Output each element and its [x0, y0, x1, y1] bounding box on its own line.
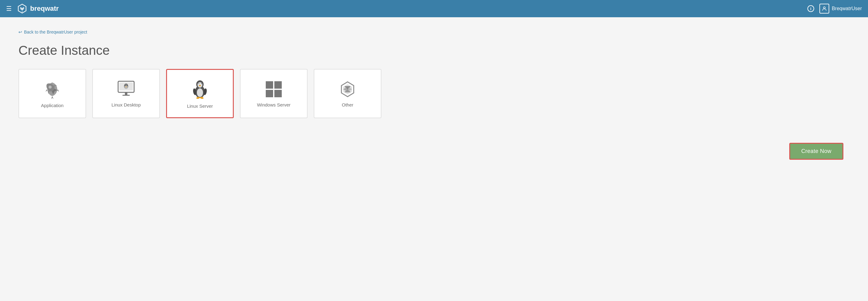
back-icon: ↩ — [19, 30, 22, 34]
svg-point-16 — [197, 88, 203, 97]
svg-point-3 — [824, 7, 825, 9]
page-title: Create Instance — [19, 43, 849, 58]
user-avatar — [819, 4, 829, 13]
svg-rect-29 — [274, 81, 282, 89]
svg-point-14 — [125, 86, 127, 87]
svg-point-23 — [199, 85, 201, 86]
main-content: ↩ Back to the BreqwatrUser project Creat… — [0, 17, 868, 301]
hamburger-icon[interactable]: ☰ — [6, 5, 12, 12]
linux-desktop-icon — [116, 80, 136, 98]
windows-server-label: Windows Server — [257, 102, 290, 108]
linux-desktop-label: Linux Desktop — [111, 102, 141, 108]
back-link[interactable]: ↩ Back to the BreqwatrUser project — [19, 30, 849, 34]
svg-rect-31 — [274, 90, 282, 97]
bottom-row: Create Now — [19, 143, 849, 160]
header-left: ☰ breqwatr — [6, 3, 59, 14]
user-name: BreqwatrUser — [832, 6, 862, 11]
svg-rect-8 — [125, 92, 127, 95]
windows-server-icon — [265, 80, 283, 98]
card-linux-server[interactable]: Linux Server — [166, 69, 234, 118]
back-link-text: Back to the BreqwatrUser project — [24, 30, 87, 34]
other-label: Other — [342, 102, 353, 108]
svg-point-12 — [125, 85, 126, 86]
info-icon[interactable]: i — [807, 5, 814, 12]
other-icon — [338, 80, 357, 98]
card-other[interactable]: Other — [314, 69, 381, 118]
linux-server-label: Linux Server — [187, 103, 213, 109]
svg-point-21 — [198, 83, 199, 84]
card-linux-desktop[interactable]: Linux Desktop — [92, 69, 160, 118]
main-header: ☰ breqwatr i Br — [0, 0, 868, 17]
svg-rect-9 — [122, 95, 130, 96]
application-label: Application — [41, 103, 63, 108]
create-now-button[interactable]: Create Now — [789, 143, 843, 160]
application-icon — [42, 80, 62, 99]
logo-text: breqwatr — [30, 5, 59, 12]
user-section[interactable]: BreqwatrUser — [819, 4, 862, 13]
logo[interactable]: breqwatr — [17, 3, 59, 14]
svg-text:i: i — [810, 6, 811, 11]
card-application[interactable]: Application — [19, 69, 86, 118]
card-windows-server[interactable]: Windows Server — [240, 69, 308, 118]
svg-point-13 — [126, 85, 128, 86]
svg-rect-30 — [266, 90, 273, 97]
linux-server-icon — [191, 79, 209, 100]
svg-rect-28 — [266, 81, 273, 89]
instance-type-cards: Application — [19, 69, 849, 118]
header-right: i BreqwatrUser — [807, 4, 862, 13]
svg-point-22 — [201, 83, 202, 84]
logo-icon — [17, 3, 28, 14]
